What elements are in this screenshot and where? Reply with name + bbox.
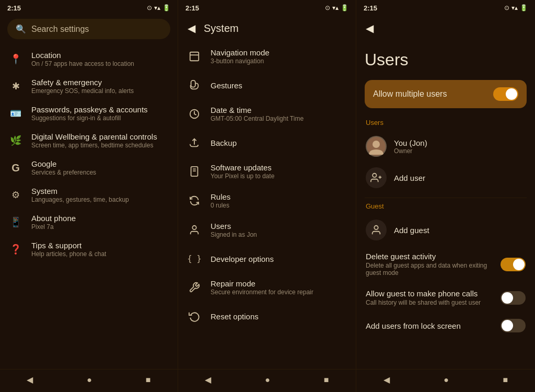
sys-item-reset[interactable]: Reset options: [178, 302, 356, 330]
recents-button-1[interactable]: ■: [135, 372, 161, 388]
allow-multiple-users-toggle[interactable]: [493, 87, 518, 101]
status-icons-2: ⊙ ▾▴ 🔋: [325, 4, 348, 11]
add-user-label: Add user: [394, 174, 425, 182]
setting-item-wellbeing[interactable]: 🌿 Digital Wellbeing & parental controls …: [2, 127, 176, 154]
search-input[interactable]: [31, 25, 162, 34]
setting-item-tips[interactable]: ❓ Tips & support Help articles, phone & …: [2, 236, 176, 263]
sys-title-software: Software updates: [211, 163, 274, 172]
settings-panel: 2:15 ⊙ ▾▴ 🔋 🔍 📍 Location On / 57 apps ha…: [0, 0, 178, 392]
system-back-button[interactable]: ◀: [185, 20, 197, 37]
wellbeing-icon: 🌿: [8, 133, 23, 148]
status-bar-2: 2:15 ⊙ ▾▴ 🔋: [178, 0, 356, 15]
add-guest-label: Add guest: [394, 226, 429, 235]
user-name: You (Jon): [394, 139, 427, 147]
google-icon: G: [8, 160, 23, 175]
setting-subtitle-safety: Emergency SOS, medical info, alerts: [31, 87, 134, 95]
system-panel: 2:15 ⊙ ▾▴ 🔋 ◀ System Navigation mode 3-b…: [178, 0, 356, 392]
setting-title-google: Google: [31, 159, 96, 168]
sys-title-users: Users: [211, 222, 257, 230]
sys-subtitle-rules: 0 rules: [211, 202, 230, 209]
status-time-3: 2:15: [364, 4, 377, 12]
signal-icon: ⊙: [147, 4, 152, 11]
back-button-1[interactable]: ◀: [16, 372, 43, 388]
status-time-2: 2:15: [185, 4, 199, 12]
allow-guest-calls-toggle[interactable]: [501, 291, 526, 305]
setting-item-safety[interactable]: ✱ Safety & emergency Emergency SOS, medi…: [2, 73, 176, 100]
wifi-icon-3: ▾▴: [511, 4, 518, 11]
wifi-icon-2: ▾▴: [332, 4, 339, 11]
users-panel: 2:15 ⊙ ▾▴ 🔋 ◀ Users Allow multiple users…: [356, 0, 535, 392]
tips-icon: ❓: [8, 242, 23, 257]
status-time: 2:15: [7, 4, 21, 12]
setting-item-passwords[interactable]: 🪪 Passwords, passkeys & accounts Suggest…: [2, 100, 176, 127]
status-icons: ⊙ ▾▴ 🔋: [147, 4, 170, 11]
add-guest-row[interactable]: Add guest: [365, 214, 527, 246]
users-guest-divider: [365, 198, 527, 198]
sys-item-software[interactable]: Software updates Your Pixel is up to dat…: [178, 157, 356, 186]
wifi-icon: ▾▴: [154, 4, 160, 11]
back-button-3[interactable]: ◀: [373, 372, 400, 388]
users-back-button[interactable]: ◀: [364, 20, 376, 37]
sys-item-gestures[interactable]: Gestures: [178, 71, 356, 99]
safety-icon: ✱: [8, 79, 23, 94]
delete-guest-title: Delete guest activity: [366, 252, 494, 261]
sys-title-developer: Developer options: [211, 255, 274, 263]
user-avatar: [366, 136, 387, 157]
add-users-lockscreen-toggle[interactable]: [501, 319, 526, 332]
add-user-row[interactable]: Add user: [365, 162, 527, 193]
battery-icon-3: 🔋: [520, 4, 528, 11]
setting-subtitle-passwords: Suggestions for sign-in & autofill: [31, 114, 148, 122]
svg-point-11: [373, 174, 376, 177]
search-bar[interactable]: 🔍: [7, 19, 170, 39]
status-icons-3: ⊙ ▾▴ 🔋: [504, 4, 528, 11]
sys-item-repair[interactable]: Repair mode Secure environment for devic…: [178, 273, 356, 302]
add-users-lockscreen-row[interactable]: Add users from lock screen: [365, 313, 527, 339]
bottom-nav-1: ◀ ● ■: [0, 369, 178, 392]
users-top-bar: ◀: [356, 15, 535, 42]
sys-item-users[interactable]: Users Signed in as Jon: [178, 215, 356, 245]
add-users-lockscreen-title: Add users from lock screen: [366, 321, 494, 330]
back-button-2[interactable]: ◀: [194, 372, 222, 388]
recents-button-3[interactable]: ■: [493, 372, 519, 388]
home-button-1[interactable]: ●: [76, 372, 102, 388]
users-content: Users Allow multiple users Users You (Jo…: [356, 42, 535, 369]
setting-title-about: About phone: [31, 214, 76, 223]
setting-item-system[interactable]: ⚙ System Languages, gestures, time, back…: [2, 181, 176, 209]
repair-icon: [187, 280, 202, 295]
delete-guest-toggle[interactable]: [501, 258, 526, 271]
sys-subtitle-software: Your Pixel is up to date: [211, 172, 274, 180]
sys-item-backup[interactable]: Backup: [178, 129, 356, 157]
signal-icon-3: ⊙: [504, 4, 509, 11]
recents-button-2[interactable]: ■: [313, 372, 340, 388]
svg-point-14: [374, 226, 378, 229]
settings-list: 📍 Location On / 57 apps have access to l…: [0, 45, 178, 369]
allow-guest-calls-row[interactable]: Allow guest to make phone calls Call his…: [365, 283, 527, 313]
svg-point-8: [192, 226, 196, 229]
navigation-icon: [187, 49, 202, 64]
home-button-2[interactable]: ●: [254, 372, 281, 388]
sys-subtitle-datetime: GMT-05:00 Central Daylight Time: [211, 115, 304, 122]
sys-item-navigation[interactable]: Navigation mode 3-button navigation: [178, 42, 356, 71]
sys-item-datetime[interactable]: Date & time GMT-05:00 Central Daylight T…: [178, 99, 356, 129]
allow-multiple-users-label: Allow multiple users: [373, 89, 447, 99]
setting-subtitle-system: Languages, gestures, time, backup: [31, 196, 129, 203]
allow-multiple-users-row[interactable]: Allow multiple users: [365, 80, 527, 108]
setting-item-google[interactable]: G Google Services & preferences: [2, 154, 176, 181]
battery-icon: 🔋: [162, 4, 170, 11]
sys-item-rules[interactable]: Rules 0 rules: [178, 186, 356, 215]
sys-title-navigation: Navigation mode: [211, 48, 270, 57]
setting-title-passwords: Passwords, passkeys & accounts: [31, 105, 148, 114]
bottom-nav-3: ◀ ● ■: [356, 369, 535, 392]
setting-item-location[interactable]: 📍 Location On / 57 apps have access to l…: [2, 45, 176, 73]
sys-title-repair: Repair mode: [211, 279, 313, 288]
rules-icon: [187, 193, 202, 209]
sys-title-backup: Backup: [211, 139, 237, 147]
status-bar-3: 2:15 ⊙ ▾▴ 🔋: [356, 0, 535, 15]
allow-guest-calls-subtitle: Call history will be shared with guest u…: [366, 299, 494, 306]
sys-item-developer[interactable]: { } Developer options: [178, 245, 356, 273]
setting-item-about[interactable]: 📱 About phone Pixel 7a: [2, 209, 176, 236]
current-user-row[interactable]: You (Jon) Owner: [365, 131, 527, 162]
sys-subtitle-users: Signed in as Jon: [211, 231, 257, 238]
delete-guest-activity-row[interactable]: Delete guest activity Delete all guest a…: [365, 246, 527, 283]
home-button-3[interactable]: ●: [433, 372, 459, 388]
